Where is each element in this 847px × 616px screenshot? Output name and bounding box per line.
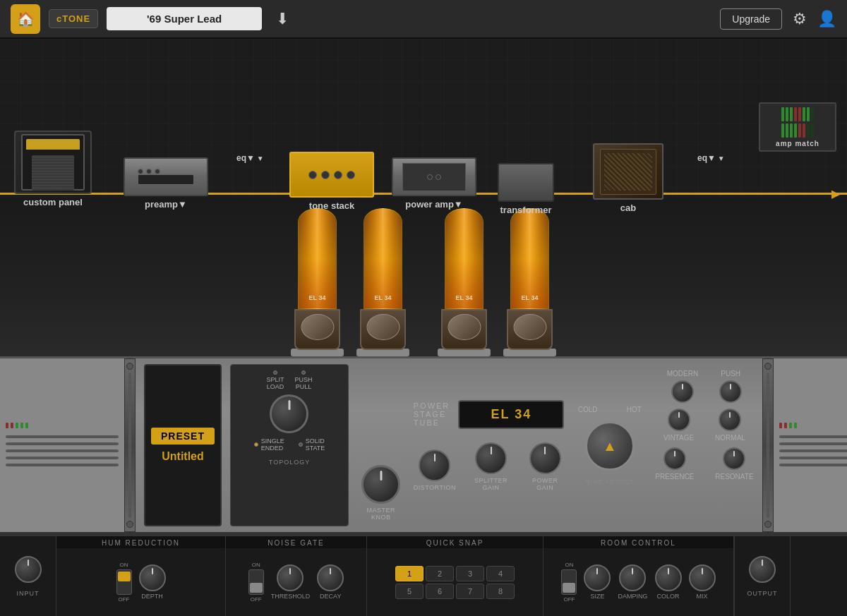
vintage-group: VINTAGE [663,409,694,442]
snap-btn-7[interactable]: 7 [456,584,484,599]
custom-panel-image [14,131,92,194]
room-off-label: OFF [563,596,575,603]
topo-push-pull[interactable]: PUSHPULL [294,370,312,390]
eq2-label[interactable]: eq▼ [697,153,725,163]
distortion-max: 10 [444,442,450,448]
tube-select-section: POWER STAGE TUBE EL 34 1 10 DISTORTION -… [414,364,565,526]
room-control-label: ROOM CONTROL [543,536,733,548]
tone-stack-image [289,152,374,198]
threshold-knob[interactable] [277,564,304,591]
tube-base-4 [507,309,553,349]
topology-label: TOPOLOGY [269,459,310,466]
room-mix-knob[interactable] [689,564,716,591]
resonate-knob[interactable] [723,447,745,470]
hum-depth-knob[interactable] [139,564,166,591]
topology-knob[interactable] [270,394,308,433]
user-button[interactable]: 👤 [817,10,836,28]
power-amp-image [392,157,476,196]
tube-2 [353,208,413,356]
room-damping-knob[interactable] [619,564,646,591]
splitter-gain-knob[interactable] [475,442,507,474]
topology-bottom-options: SINGLEENDED SOLIDSTATE [254,437,325,452]
topo-single-label: SINGLEENDED [261,437,284,452]
mode-row-last: PRESENCE RESONATE [655,447,753,481]
room-mix-label: MIX [696,593,707,600]
snap-btn-8[interactable]: 8 [486,584,515,599]
tube-display[interactable]: EL 34 [458,400,564,429]
modern-knob[interactable] [671,380,694,403]
room-color-knob[interactable] [655,564,682,591]
resonate-label: RESONATE [715,473,753,481]
upgrade-button[interactable]: Upgrade [720,8,782,30]
tube-select-row: POWER STAGE TUBE EL 34 [414,400,565,429]
preset-name-display[interactable]: '69 Super Lead [107,7,262,30]
presence-label: PRESENCE [655,473,694,481]
topo-split-load[interactable]: SPLITLOAD [266,370,284,390]
room-size-knob[interactable] [584,564,611,591]
master-knob-label: MASTER KNOB [357,507,405,521]
splitter-plus: + [503,435,507,441]
topology-section: SPLITLOAD PUSHPULL SINGLEENDED SOLIDSTAT… [230,364,349,526]
room-toggle[interactable] [561,569,577,595]
tube-glass-2 [364,208,402,309]
cab-item[interactable]: cab [593,143,663,213]
splitter-minus: - [475,435,477,441]
tone-stack-item[interactable]: tone stack [289,152,374,211]
gate-toggle[interactable] [248,569,264,595]
presence-knob[interactable] [663,447,686,470]
power-gain-knob[interactable] [529,442,561,474]
noise-gate-section: NOISE GATE ON OFF THRESHOLD DECAY [226,536,367,616]
home-button[interactable]: 🏠 [11,4,40,34]
topo-split-label: SPLITLOAD [266,376,284,390]
decay-knob[interactable] [317,564,344,591]
modern-group: MODERN [667,370,698,403]
gate-off-label: OFF [251,596,262,603]
input-section: INPUT [0,536,56,616]
power-stage-tube-label: POWER STAGE TUBE [414,401,450,427]
power-minus: - [529,435,531,441]
tubes-area [0,198,847,356]
splitter-gain-group: - + SPLITTER GAIN [469,435,513,491]
noise-gate-label: NOISE GATE [226,536,366,548]
distortion-knob[interactable] [419,449,450,481]
settings-button[interactable]: ⚙ [793,10,807,28]
room-size-label: SIZE [590,593,604,600]
modern-label: MODERN [667,370,698,378]
topo-solid-state: SOLIDSTATE [299,437,325,452]
snap-btn-4[interactable]: 4 [486,566,515,581]
amp-match-item[interactable]: amp match [759,102,836,152]
gate-on-label: ON [252,562,260,568]
bias-adjust-knob[interactable] [585,421,635,471]
mode-section: MODERN PUSH VINTAGE NORMAL [655,364,753,526]
bias-adjust-label: BIAS ADJUST [586,478,635,485]
topo-dot-solid [299,442,303,447]
push-knob[interactable] [719,380,742,403]
snap-btn-2[interactable]: 2 [426,566,454,581]
hum-toggle[interactable] [116,569,132,595]
room-control-section: ROOM CONTROL ON OFF SIZE DAMPING COLOR [543,536,734,616]
tube-pair-left [287,208,413,356]
hum-reduction-label: HUM REDUCTION [56,536,225,548]
transformer-item[interactable]: transformer [498,163,554,215]
tube-glass-1 [298,208,337,309]
cab-image [593,143,663,200]
input-knob[interactable] [15,556,42,583]
snap-btn-6[interactable]: 6 [426,584,454,599]
preset-title: Untitled [162,450,204,463]
normal-knob[interactable] [719,409,741,431]
distortion-min: 1 [419,442,421,448]
eq1-label[interactable]: eq▼ [236,153,264,163]
output-knob[interactable] [749,556,776,583]
snap-grid: 1 2 3 4 5 6 7 8 [392,563,517,602]
snap-btn-3[interactable]: 3 [456,566,484,581]
master-knob[interactable] [361,465,400,504]
snap-btn-5[interactable]: 5 [395,584,424,599]
hum-depth-label: DEPTH [141,593,163,600]
snap-btn-1[interactable]: 1 [395,566,424,581]
master-min: 1 [361,457,364,464]
power-amp-item[interactable]: power amp▼ [392,157,476,210]
vintage-knob[interactable] [668,409,690,431]
preamp-item[interactable]: preamp▼ [124,157,208,210]
custom-panel-item[interactable]: custom panel [14,131,92,207]
save-button[interactable]: ⬇ [276,10,289,28]
